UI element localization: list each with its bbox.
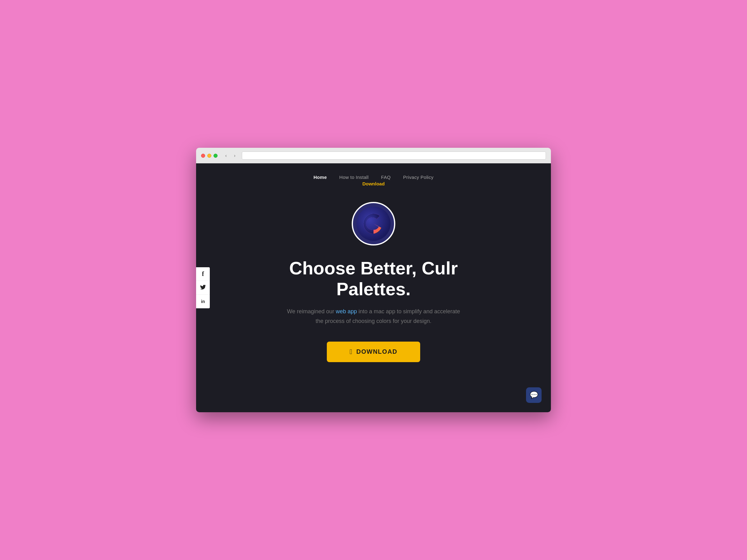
address-bar[interactable] (242, 152, 546, 160)
hero-section: Choose Better, Culr Palettes. We reimagi… (196, 258, 551, 362)
hero-subtitle: We reimagined our web app into a mac app… (283, 307, 464, 326)
browser-nav: ‹ › (223, 152, 238, 159)
twitter-button[interactable] (196, 281, 210, 295)
browser-content: f in Home How to Install FAQ Privacy P (196, 163, 551, 412)
close-button[interactable] (201, 154, 205, 158)
download-btn-wrapper:  DOWNLOAD (233, 342, 514, 362)
nav-links: Home How to Install FAQ Privacy Policy (313, 175, 434, 180)
minimize-button[interactable] (207, 154, 211, 158)
facebook-icon: f (202, 270, 204, 277)
app-icon-wrapper (196, 202, 551, 245)
back-button[interactable]: ‹ (223, 152, 229, 159)
site-nav: Home How to Install FAQ Privacy Policy D… (196, 163, 551, 193)
app-icon (352, 202, 395, 245)
nav-download[interactable]: Download (362, 181, 385, 186)
browser-window: ‹ › f in H (196, 148, 551, 412)
nav-faq[interactable]: FAQ (381, 175, 391, 180)
download-button[interactable]:  DOWNLOAD (327, 342, 420, 362)
chat-icon: 💬 (530, 391, 538, 399)
twitter-icon (200, 284, 206, 292)
hero-title: Choose Better, Culr Palettes. (233, 258, 514, 299)
social-sidebar: f in (196, 267, 210, 308)
apple-icon:  (350, 348, 353, 356)
nav-home[interactable]: Home (313, 175, 327, 180)
linkedin-icon: in (201, 299, 205, 304)
web-app-link[interactable]: web app (336, 308, 357, 315)
traffic-lights (201, 154, 217, 158)
forward-button[interactable]: › (231, 152, 238, 159)
maximize-button[interactable] (213, 154, 217, 158)
nav-privacy-policy[interactable]: Privacy Policy (403, 175, 434, 180)
browser-chrome: ‹ › (196, 148, 551, 163)
download-label: DOWNLOAD (356, 348, 397, 355)
nav-how-to-install[interactable]: How to Install (339, 175, 368, 180)
linkedin-button[interactable]: in (196, 295, 210, 308)
facebook-button[interactable]: f (196, 267, 210, 281)
chat-bubble-button[interactable]: 💬 (526, 387, 542, 403)
